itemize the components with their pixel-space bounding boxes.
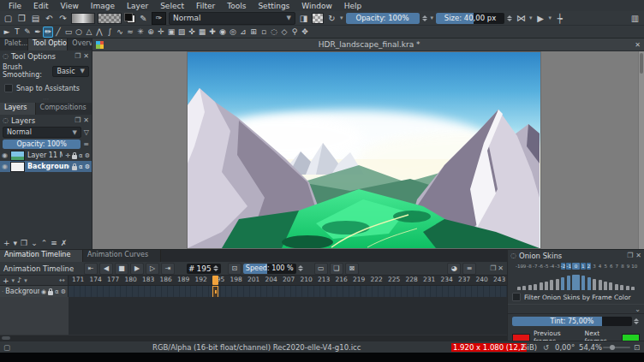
layer-opacity-slider[interactable]: Opacity: 100% (3, 139, 80, 149)
speed-stepper[interactable] (298, 265, 304, 271)
layer-row-selected[interactable]: ◉ Background α⚙ (0, 161, 92, 172)
audio-options-button[interactable]: ♪ (17, 276, 21, 284)
move-layer-down-button[interactable]: ⌄ (31, 239, 38, 247)
redo-icon[interactable]: ↷ (57, 13, 69, 24)
frame-cells[interactable] (69, 286, 507, 298)
enclose-fill-tool[interactable]: ◎ (228, 27, 238, 38)
opacity-stepper[interactable] (422, 15, 428, 21)
menu-icon[interactable]: ≡ (83, 140, 89, 148)
onion-opacity-slider[interactable] (550, 280, 553, 290)
menu-item[interactable]: View (56, 2, 84, 10)
add-layer-dropdown[interactable]: ▾ (14, 239, 18, 247)
onion-offset[interactable]: 8 (620, 263, 625, 270)
onion-opacity-slider[interactable] (615, 284, 618, 290)
rotation-icon[interactable]: ↺ (543, 343, 549, 352)
menu-item[interactable]: File (3, 2, 27, 10)
foreground-background-colors[interactable] (124, 13, 135, 23)
menu-item[interactable]: Select (155, 2, 189, 10)
brush-size-slider[interactable]: Size: 40,00 px (436, 13, 504, 24)
onion-opacity-slider[interactable] (581, 276, 585, 290)
onion-offset[interactable]: 0 (572, 263, 580, 270)
onion-offset[interactable]: -10 (516, 263, 521, 270)
filter-onion-skins-checkbox[interactable] (512, 293, 521, 301)
onion-offset[interactable]: 6 (609, 263, 614, 270)
workspaces-icon[interactable]: ▥ (629, 13, 641, 24)
snap-to-assistants-checkbox[interactable] (4, 84, 13, 92)
onion-opacity-slider[interactable] (556, 279, 559, 290)
playhead[interactable] (212, 276, 218, 285)
smart-patch-tool[interactable]: ✚ (207, 27, 218, 38)
play-button[interactable]: ▶ (130, 263, 144, 275)
close-icon[interactable]: ✕ (83, 52, 89, 60)
close-icon[interactable]: ✕ (498, 264, 504, 272)
canvas-angle-status[interactable]: 0,00° (555, 343, 575, 352)
chevron-down-icon[interactable]: ▾ (529, 15, 533, 21)
onion-offset[interactable]: 7 (615, 263, 620, 270)
onion-opacity-slider[interactable] (572, 275, 580, 290)
zoom-slider[interactable] (603, 347, 630, 348)
menu-item[interactable]: Filter (191, 2, 220, 10)
layer-blending-mode-select[interactable]: Normal▼ (3, 127, 81, 138)
reference-images-tool[interactable]: ⊞ (248, 27, 259, 38)
tint-slider[interactable]: Tint: 75,00% (512, 317, 632, 326)
brush-smoothing-select[interactable]: Basic▼ (52, 66, 89, 77)
tab-compositions[interactable]: Compositions (36, 103, 92, 115)
multibrush-tool[interactable]: ✳ (135, 27, 146, 38)
layer-properties-button[interactable]: ≡ (51, 239, 57, 247)
dynamic-brush-tool[interactable]: ≈ (125, 27, 135, 38)
new-frame-button[interactable]: ▭ (314, 263, 328, 275)
opacity-slider[interactable]: Opacity: 100% (346, 13, 420, 24)
float-icon[interactable]: ❐ (627, 252, 633, 259)
eraser-mode-icon[interactable]: ◨ (298, 13, 309, 24)
chevron-down-icon[interactable]: ▾ (431, 15, 434, 21)
menu-item[interactable]: Window (296, 2, 337, 10)
onion-offset[interactable]: 1 (581, 263, 586, 270)
onion-opacity-slider[interactable] (604, 282, 607, 290)
onion-opacity-slider[interactable] (522, 286, 526, 290)
onion-offset[interactable]: -8 (527, 263, 532, 270)
canvas-area[interactable] (92, 51, 644, 249)
new-document-icon[interactable]: ▢ (3, 13, 14, 24)
move-layer-up-button[interactable]: ⌃ (41, 239, 48, 247)
playhead-frame-cell[interactable] (212, 286, 218, 298)
onion-offset[interactable]: 5 (603, 263, 608, 270)
menu-item[interactable]: Image (86, 2, 120, 10)
subwindow-titlebar[interactable]: HDR_landscape_final.kra * ✕ (92, 39, 644, 51)
selection-status-icon[interactable]: ▢ (3, 343, 10, 352)
menu-item[interactable]: Edit (28, 2, 53, 10)
tab-palette[interactable]: Palet... (0, 39, 28, 50)
gradient-chooser[interactable] (71, 13, 95, 24)
skip-to-start-button[interactable]: ⇤ (84, 263, 98, 275)
onion-skins-toggle-icon[interactable]: ◕ (447, 263, 461, 275)
rectangular-selection-tool[interactable]: ▫ (259, 27, 269, 38)
close-icon[interactable]: ✕ (83, 116, 89, 124)
onion-opacity-slider[interactable] (534, 284, 537, 290)
onion-offset[interactable]: -3 (555, 263, 560, 270)
gradient-tool[interactable]: ▨ (176, 27, 187, 38)
onion-opacity-slider[interactable] (609, 282, 612, 290)
onion-opacity-slider[interactable] (631, 287, 635, 290)
onion-offset[interactable]: -5 (544, 263, 549, 270)
onion-offset[interactable]: 9 (626, 263, 631, 270)
onion-offset[interactable]: -1 (566, 263, 571, 270)
snap-icon[interactable]: ┾ (554, 13, 565, 24)
delete-layer-button[interactable]: ✗ (61, 239, 68, 247)
onion-offset[interactable]: -6 (538, 263, 543, 270)
move-tool[interactable]: ✛ (156, 27, 166, 38)
pan-tool[interactable]: ✥ (300, 27, 310, 38)
open-document-icon[interactable]: ❒ (16, 13, 27, 24)
zoom-level-status[interactable]: 54,4% (579, 343, 602, 352)
stop-button[interactable]: ■ (115, 263, 128, 275)
onion-offset[interactable]: 4 (598, 263, 603, 270)
line-tool[interactable]: ╱ (53, 27, 63, 38)
filter-icon[interactable]: ▽ (84, 128, 89, 136)
ellipse-tool[interactable]: ○ (74, 27, 84, 38)
crop-tool[interactable]: ▣ (166, 27, 176, 38)
mirror-icon[interactable]: ⋈ (516, 13, 527, 24)
duplicate-layer-button[interactable]: ❐ (21, 239, 27, 247)
rectangle-tool[interactable]: ▭ (63, 27, 74, 38)
float-icon[interactable]: ❐ (75, 116, 80, 124)
brush-size-stepper[interactable] (507, 15, 513, 21)
zoom-tool[interactable]: ⚲ (289, 27, 300, 38)
onion-offset[interactable]: 10 (631, 263, 636, 270)
